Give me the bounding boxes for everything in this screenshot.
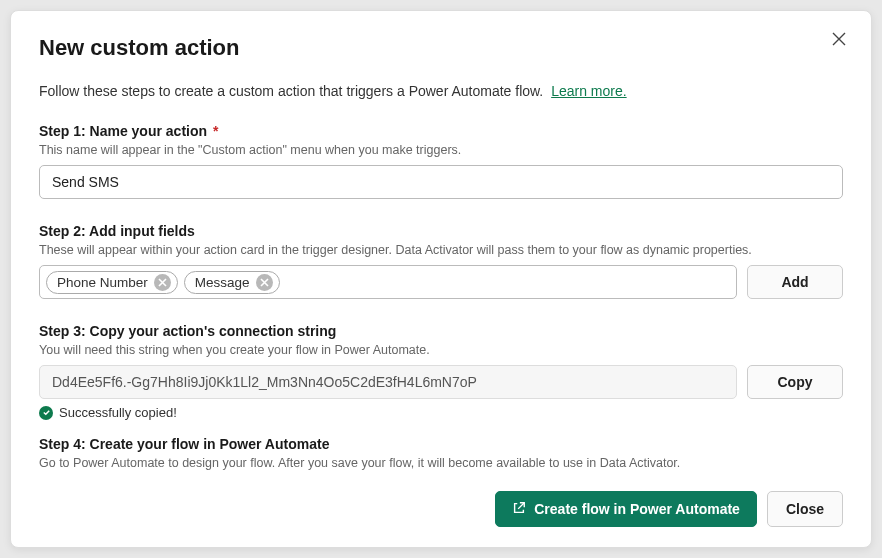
tag-label: Phone Number [57,275,148,290]
copy-button[interactable]: Copy [747,365,843,399]
create-flow-label: Create flow in Power Automate [534,501,740,517]
dialog-footer: Create flow in Power Automate Close [495,491,843,527]
add-button[interactable]: Add [747,265,843,299]
step2-title: Step 2: Add input fields [39,223,843,239]
action-name-input[interactable] [39,165,843,199]
success-text: Successfully copied! [59,405,177,420]
intro-text: Follow these steps to create a custom ac… [39,83,843,99]
step1-title: Step 1: Name your action * [39,123,843,139]
copy-success-message: Successfully copied! [39,405,843,420]
step1-title-text: Step 1: Name your action [39,123,207,139]
close-icon[interactable] [829,29,849,49]
step4-desc: Go to Power Automate to design your flow… [39,456,843,470]
step2-desc: These will appear within your action car… [39,243,843,257]
create-flow-button[interactable]: Create flow in Power Automate [495,491,757,527]
dialog-title: New custom action [39,35,843,61]
step3-title: Step 3: Copy your action's connection st… [39,323,843,339]
connection-string-input[interactable] [39,365,737,399]
tag-message: Message [184,271,280,294]
tag-phone-number: Phone Number [46,271,178,294]
input-fields-box[interactable]: Phone Number Message [39,265,737,299]
external-link-icon [512,501,526,518]
intro-text-content: Follow these steps to create a custom ac… [39,83,543,99]
close-button[interactable]: Close [767,491,843,527]
tag-label: Message [195,275,250,290]
step1-desc: This name will appear in the "Custom act… [39,143,843,157]
remove-tag-icon[interactable] [154,274,171,291]
new-custom-action-dialog: New custom action Follow these steps to … [10,10,872,548]
required-asterisk: * [213,123,218,139]
step4-title: Step 4: Create your flow in Power Automa… [39,436,843,452]
step3-desc: You will need this string when you creat… [39,343,843,357]
remove-tag-icon[interactable] [256,274,273,291]
learn-more-link[interactable]: Learn more. [551,83,626,99]
success-check-icon [39,406,53,420]
